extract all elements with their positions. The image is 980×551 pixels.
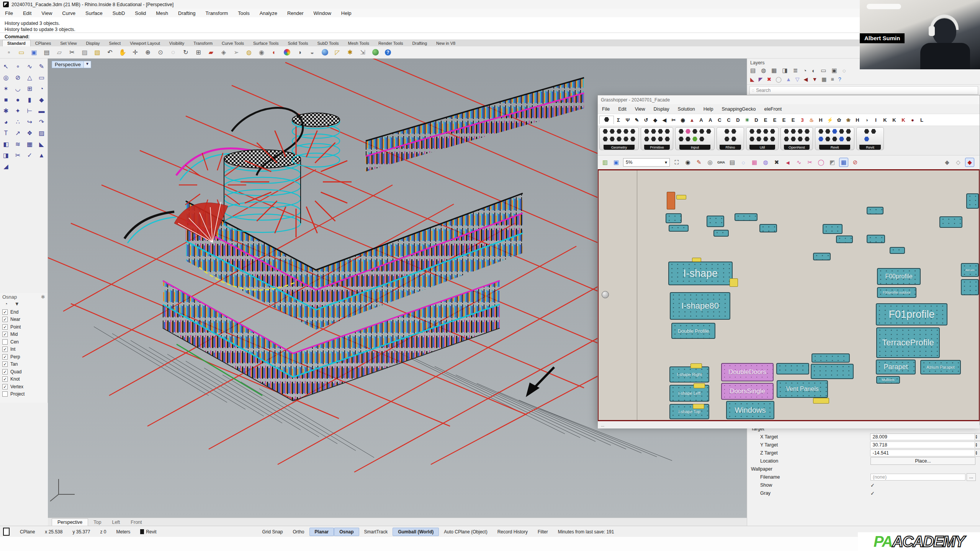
viewport-label-text[interactable]: Perspective: [52, 61, 84, 68]
tool-icon[interactable]: ≋: [12, 139, 24, 150]
component-icon[interactable]: [699, 137, 704, 141]
gh-group-small[interactable]: [813, 253, 831, 260]
component-icon[interactable]: [825, 137, 830, 141]
toolbar-icon[interactable]: ▰: [205, 48, 217, 57]
component-icon[interactable]: [644, 137, 649, 141]
menu-item-transform[interactable]: Transform: [201, 10, 233, 16]
gh-category-tab[interactable]: E: [770, 117, 779, 123]
gh-group-small[interactable]: [676, 195, 686, 199]
viewport-label[interactable]: Perspective ▼: [52, 61, 91, 68]
status-meters[interactable]: Meters: [111, 528, 135, 536]
tool-icon[interactable]: ◎: [0, 72, 12, 83]
tool-icon[interactable]: ↖: [0, 61, 12, 72]
gh-group-label[interactable]: Revit: [859, 145, 881, 150]
component-icon[interactable]: [798, 137, 803, 141]
gh-group-small[interactable]: [867, 207, 883, 214]
tool-icon[interactable]: ⊞: [24, 83, 36, 94]
gh-zoom-select[interactable]: 5%▾: [623, 158, 670, 167]
layer-tool-icon[interactable]: ▽: [795, 76, 800, 82]
tool-icon[interactable]: ↷: [36, 116, 47, 128]
gh-tool-icon[interactable]: ◎: [706, 158, 714, 167]
layer-tool-icon[interactable]: ▼: [812, 76, 817, 82]
gh-category-tab[interactable]: K: [890, 117, 899, 123]
tool-icon[interactable]: T: [0, 128, 12, 139]
gh-group-f01profile[interactable]: F01profile: [876, 303, 947, 325]
menu-item-snappinggecko[interactable]: SnappingGecko: [717, 106, 760, 112]
toolbar-tab-render-tools[interactable]: Render Tools: [374, 40, 408, 46]
tool-icon[interactable]: ∿: [24, 61, 36, 72]
gh-group-small[interactable]: [667, 192, 675, 209]
gh-group-small[interactable]: [713, 230, 729, 237]
tool-icon[interactable]: ▲: [36, 150, 47, 161]
gh-category-tab[interactable]: ◀: [660, 117, 669, 123]
gh-category-tab[interactable]: ▲: [687, 117, 697, 123]
gh-group-label[interactable]: Geometry: [604, 145, 635, 150]
component-icon[interactable]: [644, 129, 649, 134]
layer-tool-icon[interactable]: ▦: [821, 76, 826, 82]
component-icon[interactable]: [784, 129, 789, 134]
gh-group-small[interactable]: [669, 225, 689, 232]
gh-tool-icon[interactable]: ◄: [784, 158, 792, 167]
component-icon[interactable]: [818, 137, 823, 141]
toolbar-tab-set-view[interactable]: Set View: [56, 40, 81, 46]
gh-category-tab[interactable]: A: [697, 117, 706, 123]
menu-item-tools[interactable]: Tools: [233, 10, 254, 16]
component-icon[interactable]: [610, 137, 615, 141]
tool-icon[interactable]: ✓: [24, 150, 36, 161]
panel-tab-icon[interactable]: ◔: [803, 67, 807, 74]
target-value-input[interactable]: -14.541: [870, 450, 975, 456]
gh-group-doubledoors[interactable]: DoubleDoors: [721, 363, 774, 381]
gh-category-tab[interactable]: E: [779, 117, 789, 123]
menu-item-analyze[interactable]: Analyze: [255, 10, 282, 16]
toolbar-icon[interactable]: ⊞: [193, 48, 204, 57]
panel-tab-icon[interactable]: ▦: [771, 67, 777, 74]
gh-category-tab[interactable]: C: [724, 117, 733, 123]
component-icon[interactable]: [623, 129, 628, 134]
menu-item-display[interactable]: Display: [650, 106, 674, 112]
tool-icon[interactable]: ◢: [0, 161, 12, 172]
gh-category-tab[interactable]: D: [733, 117, 743, 123]
tool-icon[interactable]: ■: [0, 94, 12, 105]
component-icon[interactable]: [839, 137, 844, 141]
tool-icon[interactable]: ▦: [24, 139, 36, 150]
spinner-control[interactable]: ▲ ▼: [975, 449, 980, 457]
tool-icon[interactable]: ◡: [12, 83, 24, 94]
osnap-option-project[interactable]: Project: [2, 391, 45, 398]
toolbar-icon[interactable]: ◸: [332, 48, 343, 57]
status-x-25-538[interactable]: x 25.538: [40, 528, 67, 536]
gh-group-small[interactable]: [961, 279, 979, 295]
gh-tool-icon[interactable]: GHA: [717, 158, 725, 167]
layer-tool-icon[interactable]: ◤: [759, 76, 763, 82]
gh-group-i-shape80[interactable]: I-shape80: [670, 292, 730, 320]
gh-category-tab[interactable]: L: [917, 117, 926, 123]
gh-category-tab[interactable]: 3: [798, 117, 807, 123]
menu-item-file[interactable]: File: [598, 106, 614, 112]
osnap-option-vertex[interactable]: ✓Vertex: [2, 383, 45, 391]
toolbar-tab-curve-tools[interactable]: Curve Tools: [217, 40, 249, 46]
gh-group-small[interactable]: [811, 353, 850, 363]
viewport-tab-left[interactable]: Left: [106, 519, 125, 526]
gh-tool-icon[interactable]: ◯: [817, 158, 825, 167]
checkbox[interactable]: [2, 391, 8, 397]
toolbar-tab-new-in-v8[interactable]: New in V8: [432, 40, 460, 46]
component-icon[interactable]: [623, 137, 628, 141]
tool-icon[interactable]: ✱: [0, 105, 12, 116]
gray-checkbox[interactable]: ✓: [870, 491, 875, 496]
checkbox[interactable]: ✓: [2, 354, 8, 360]
toolbar-icon[interactable]: ◒: [306, 48, 318, 57]
component-icon[interactable]: [725, 129, 730, 134]
gh-tool-icon[interactable]: ◍: [761, 158, 770, 167]
gh-category-tab[interactable]: H: [853, 117, 862, 123]
viewport-tab-perspective[interactable]: Perspective: [52, 518, 88, 526]
gh-group-vent-panels[interactable]: Vent Panels: [777, 380, 828, 398]
tool-icon[interactable]: ◔: [36, 83, 47, 94]
menu-item-file[interactable]: File: [0, 10, 18, 16]
gh-group-label[interactable]: OpenNest: [784, 145, 809, 150]
toolbar-icon[interactable]: ⇲: [357, 48, 368, 57]
toolbar-icon[interactable]: ▱: [54, 48, 65, 57]
gh-group-i-shape-right[interactable]: I-shape Right: [669, 366, 709, 383]
layer-tool-icon[interactable]: ◯: [775, 76, 782, 82]
gh-tool-icon[interactable]: ◩: [828, 158, 836, 167]
gh-group-small[interactable]: [811, 364, 854, 379]
tool-icon[interactable]: ▨: [36, 128, 47, 139]
